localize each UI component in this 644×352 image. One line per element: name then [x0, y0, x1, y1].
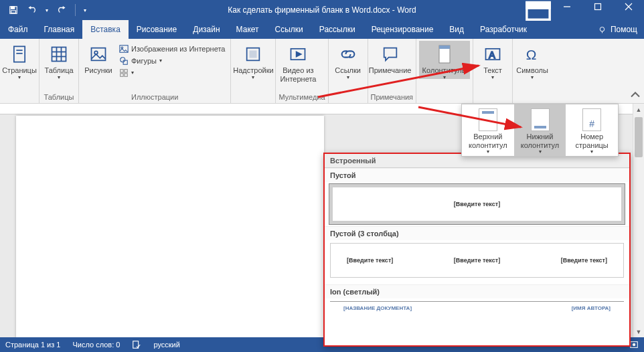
tab-view[interactable]: Вид [441, 20, 472, 39]
tab-layout[interactable]: Макет [228, 20, 267, 39]
svg-rect-33 [439, 46, 450, 49]
group-tables: Таблица▾ Таблицы [39, 39, 79, 103]
svg-rect-14 [52, 48, 66, 62]
pages-button[interactable]: Страницы▾ [3, 41, 36, 79]
svg-rect-11 [14, 46, 25, 62]
table-button[interactable]: Таблица▾ [42, 41, 76, 79]
gallery-item-blank[interactable]: [Введите текст] [329, 183, 625, 225]
links-button[interactable]: Ссылки▾ [331, 41, 365, 79]
group-text: A Текст▾ [473, 39, 513, 103]
close-button[interactable] [613, 0, 644, 17]
gallery-item-blank3[interactable]: [Введите текст] [Введите текст] [Введите… [325, 240, 629, 284]
svg-rect-24 [123, 60, 127, 64]
title-bar: ▾ ▾ Как сделать фирменный бланк в Word.d… [0, 0, 644, 20]
group-links: Ссылки▾ [329, 39, 368, 103]
spellcheck-button[interactable] [132, 340, 141, 349]
header-icon [479, 108, 497, 131]
macro-record-button[interactable] [629, 340, 639, 349]
svg-rect-25 [120, 70, 123, 72]
document-page[interactable] [16, 116, 324, 337]
svg-rect-30 [250, 51, 256, 57]
tab-draw[interactable]: Рисование [129, 20, 185, 39]
collapse-ribbon-button[interactable] [629, 90, 641, 102]
group-addins: Надстройки▾ [231, 39, 276, 103]
group-headerfooter: Колонтитулы▾ [416, 39, 473, 103]
omega-icon: Ω [521, 43, 543, 65]
tab-mailings[interactable]: Рассылки [311, 20, 364, 39]
ribbon: Страницы▾ Таблица▾ Таблицы Рисунки Изобр… [0, 39, 644, 104]
gallery-section-ion: Ion (светлый) [325, 284, 629, 298]
header-button[interactable]: Верхний колонтитул▾ [462, 104, 514, 156]
headerfooter-flyout: Верхний колонтитул▾ Нижний колонтитул▾ #… [461, 104, 619, 157]
group-comments: Примечание Примечания [368, 39, 417, 103]
text-button[interactable]: A Текст▾ [476, 41, 509, 79]
window-title: Как сделать фирменный бланк в Word.docx … [228, 5, 416, 15]
svg-rect-4 [527, 3, 550, 9]
video-icon [287, 43, 309, 65]
scroll-up-icon[interactable]: ▲ [633, 104, 644, 115]
comment-icon [380, 43, 401, 65]
svg-text:A: A [489, 50, 495, 60]
minimize-button[interactable] [552, 0, 582, 17]
symbols-button[interactable]: Ω Символы▾ [515, 41, 549, 79]
tab-home[interactable]: Главная [36, 20, 83, 39]
footer-button[interactable]: Нижний колонтитул▾ [514, 104, 566, 156]
word-count[interactable]: Число слов: 0 [72, 341, 120, 349]
svg-rect-28 [125, 74, 127, 76]
save-button[interactable] [5, 2, 21, 18]
tab-references[interactable]: Ссылки [267, 20, 311, 39]
table-icon [48, 43, 70, 65]
tab-review[interactable]: Рецензирование [364, 20, 442, 39]
vertical-scrollbar[interactable]: ▲ ▼ [633, 104, 644, 337]
tab-file[interactable]: Файл [0, 20, 36, 39]
undo-dropdown[interactable]: ▾ [43, 2, 51, 18]
tell-me-label: Помощ [611, 25, 637, 34]
page-indicator[interactable]: Страница 1 из 1 [5, 341, 60, 349]
undo-button[interactable] [24, 2, 40, 18]
svg-point-23 [120, 58, 125, 62]
tab-design[interactable]: Дизайн [185, 20, 228, 39]
svg-rect-26 [125, 70, 127, 72]
svg-rect-6 [595, 4, 601, 10]
gallery-item-ion[interactable]: [НАЗВАНИЕ ДОКУМЕНТА] [ИМЯ АВТОРА] [325, 298, 629, 316]
group-symbols: Ω Символы▾ [513, 39, 552, 103]
group-pages: Страницы▾ [0, 39, 39, 103]
picture-icon [88, 43, 109, 65]
pictures-button[interactable]: Рисунки [82, 41, 115, 75]
addins-icon [242, 43, 264, 65]
language-indicator[interactable]: русский [153, 341, 179, 349]
svg-rect-27 [120, 74, 123, 76]
online-pictures-button[interactable]: Изображения из Интернета [116, 43, 228, 54]
redo-button[interactable] [54, 2, 70, 18]
gallery-section-blank3: Пустой (3 столбца) [325, 226, 629, 240]
online-video-button[interactable]: Видео из Интернета [278, 41, 317, 83]
pagenum-icon: # [582, 108, 601, 131]
svg-rect-1 [11, 7, 15, 9]
textbox-icon: A [482, 43, 503, 65]
ribbon-display-options[interactable] [525, 0, 552, 23]
page-number-button[interactable]: # Номер страницы▾ [566, 104, 618, 156]
svg-point-9 [600, 27, 605, 31]
maximize-button[interactable] [582, 0, 613, 17]
scroll-down-icon[interactable]: ▼ [633, 326, 644, 337]
scrollbar-thumb[interactable] [635, 117, 643, 157]
group-illustrations: Рисунки Изображения из Интернета Фигуры … [79, 39, 231, 103]
page-icon [9, 43, 30, 65]
group-media: Видео из Интернета Мультимедиа [276, 39, 328, 103]
svg-point-41 [633, 343, 635, 346]
headerfooter-button[interactable]: Колонтитулы▾ [419, 41, 470, 79]
comment-button[interactable]: Примечание [371, 41, 410, 75]
tab-insert[interactable]: Вставка [82, 20, 129, 39]
addins-button[interactable]: Надстройки▾ [234, 41, 272, 79]
gallery-section-blank: Пустой [325, 168, 629, 182]
illustrations-more[interactable]: ▾ [116, 68, 228, 78]
svg-point-22 [121, 47, 123, 49]
shapes-button[interactable]: Фигуры ▾ [116, 56, 228, 66]
quick-access-toolbar: ▾ ▾ [0, 0, 89, 20]
svg-text:Ω: Ω [526, 47, 537, 62]
svg-rect-19 [92, 48, 106, 61]
link-icon [337, 43, 359, 65]
qat-customize[interactable]: ▾ [81, 2, 89, 18]
footer-icon [531, 108, 550, 131]
footer-gallery: Встроенный Пустой [Введите текст] Пустой… [323, 153, 631, 347]
